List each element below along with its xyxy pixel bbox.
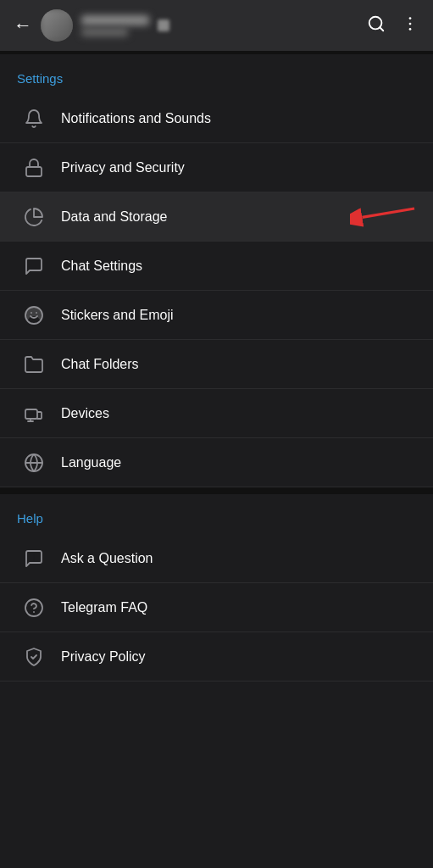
header-square-blurred bbox=[158, 19, 169, 31]
header-right bbox=[367, 14, 419, 37]
message-question-icon bbox=[17, 548, 51, 569]
chat-label: Chat Settings bbox=[61, 259, 416, 274]
settings-item-language[interactable]: Language bbox=[0, 438, 433, 487]
more-options-icon[interactable] bbox=[401, 14, 419, 37]
settings-section: Settings Notifications and Sounds Privac… bbox=[0, 54, 433, 487]
svg-point-2 bbox=[409, 17, 412, 19]
svg-point-18 bbox=[25, 599, 42, 616]
folder-icon bbox=[17, 354, 51, 375]
bell-icon bbox=[17, 108, 51, 129]
search-icon[interactable] bbox=[367, 14, 386, 37]
settings-item-folders[interactable]: Chat Folders bbox=[0, 340, 433, 389]
question-circle-icon bbox=[17, 598, 51, 618]
svg-point-3 bbox=[409, 22, 412, 25]
svg-line-1 bbox=[380, 27, 383, 31]
header-left: ← bbox=[14, 9, 169, 42]
lock-icon bbox=[17, 158, 51, 178]
chart-icon bbox=[17, 207, 51, 227]
chat-icon bbox=[17, 256, 51, 276]
help-section-label: Help bbox=[0, 494, 433, 534]
ask-label: Ask a Question bbox=[61, 551, 416, 566]
settings-item-devices[interactable]: Devices bbox=[0, 389, 433, 438]
notifications-label: Notifications and Sounds bbox=[61, 111, 416, 126]
faq-label: Telegram FAQ bbox=[61, 600, 416, 615]
settings-item-faq[interactable]: Telegram FAQ bbox=[0, 583, 433, 632]
section-divider bbox=[0, 487, 433, 494]
data-label: Data and Storage bbox=[61, 209, 416, 225]
privacy-label: Privacy and Security bbox=[61, 160, 416, 175]
folders-label: Chat Folders bbox=[61, 357, 416, 372]
svg-point-4 bbox=[409, 28, 412, 31]
svg-rect-11 bbox=[25, 409, 37, 419]
devices-icon bbox=[17, 403, 51, 424]
sticker-icon bbox=[17, 305, 51, 326]
settings-item-ask[interactable]: Ask a Question bbox=[0, 534, 433, 583]
header-sub-blurred bbox=[81, 28, 128, 36]
shield-check-icon bbox=[17, 647, 51, 667]
language-label: Language bbox=[61, 455, 416, 470]
globe-icon bbox=[17, 453, 51, 473]
settings-section-label: Settings bbox=[0, 54, 433, 94]
avatar bbox=[41, 9, 73, 42]
stickers-label: Stickers and Emoji bbox=[61, 308, 416, 323]
settings-item-stickers[interactable]: Stickers and Emoji bbox=[0, 291, 433, 340]
header-text bbox=[81, 15, 149, 36]
help-section: Help Ask a Question Telegram FAQ bbox=[0, 494, 433, 682]
settings-item-notifications[interactable]: Notifications and Sounds bbox=[0, 94, 433, 143]
policy-label: Privacy Policy bbox=[61, 649, 416, 665]
svg-rect-5 bbox=[26, 167, 42, 176]
settings-item-privacy[interactable]: Privacy and Security bbox=[0, 143, 433, 192]
settings-item-data[interactable]: Data and Storage bbox=[0, 192, 433, 242]
devices-label: Devices bbox=[61, 406, 416, 421]
header: ← bbox=[0, 0, 433, 51]
back-button[interactable]: ← bbox=[14, 14, 32, 36]
settings-item-policy[interactable]: Privacy Policy bbox=[0, 632, 433, 682]
header-name-blurred bbox=[81, 15, 149, 25]
settings-item-chat[interactable]: Chat Settings bbox=[0, 242, 433, 291]
